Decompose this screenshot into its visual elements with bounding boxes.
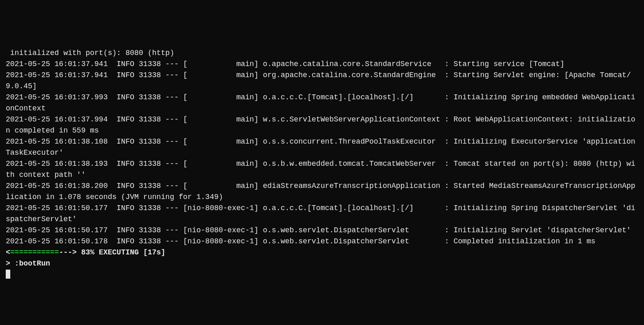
progress-open-bracket: < — [6, 248, 10, 256]
log-line: 2021-05-25 16:01:50.177 INFO 31338 --- [… — [6, 204, 635, 223]
log-line: 2021-05-25 16:01:38.193 INFO 31338 --- [… — [6, 160, 635, 179]
log-line: 2021-05-25 16:01:37.994 INFO 31338 --- [… — [6, 115, 635, 135]
log-line: 2021-05-25 16:01:37.993 INFO 31338 --- [… — [6, 93, 635, 112]
gradle-task-line: > :bootRun — [6, 259, 50, 268]
progress-filled: =========== — [10, 248, 59, 256]
terminal-output[interactable]: initialized with port(s): 8080 (http) 20… — [6, 48, 638, 280]
log-line: 2021-05-25 16:01:50.178 INFO 31338 --- [… — [6, 237, 596, 245]
gradle-progress-bar: <===========---> 83% EXECUTING [17s] — [6, 248, 165, 256]
progress-percent-text: 83% EXECUTING [17s] — [77, 248, 165, 256]
log-line: 2021-05-25 16:01:37.941 INFO 31338 --- [… — [6, 71, 631, 90]
log-line: initialized with port(s): 8080 (http) — [6, 49, 174, 57]
log-line: 2021-05-25 16:01:38.200 INFO 31338 --- [… — [6, 182, 635, 201]
log-line: 2021-05-25 16:01:38.108 INFO 31338 --- [… — [6, 137, 635, 157]
log-line: 2021-05-25 16:01:37.941 INFO 31338 --- [… — [6, 60, 564, 68]
progress-empty: ---> — [59, 248, 77, 256]
terminal-cursor — [6, 270, 10, 279]
log-line: 2021-05-25 16:01:50.177 INFO 31338 --- [… — [6, 226, 631, 234]
